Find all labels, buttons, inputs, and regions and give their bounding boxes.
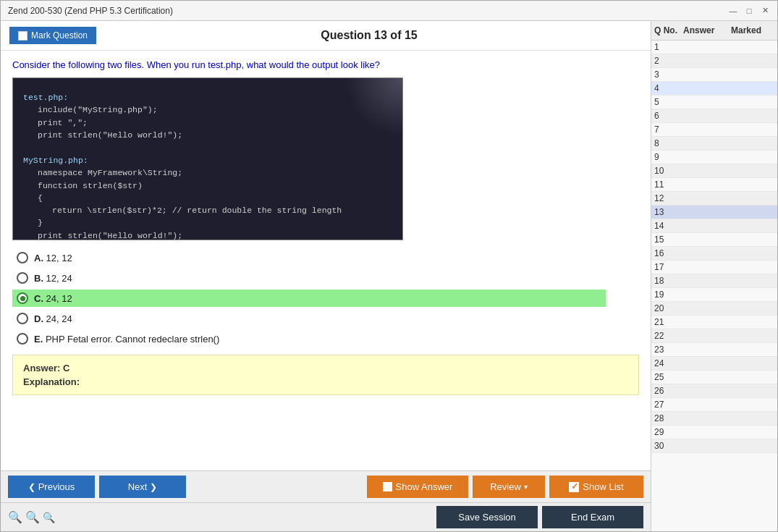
sidebar-row-10[interactable]: 10 xyxy=(651,164,777,178)
next-chevron-icon: ❯ xyxy=(150,482,157,492)
sidebar-row-28[interactable]: 28 xyxy=(651,412,777,426)
option-b-radio xyxy=(17,272,28,284)
option-b[interactable]: B. 12, 24 xyxy=(12,269,639,287)
code-line-7: return \strlen($str)*2; // return double… xyxy=(23,204,392,216)
sidebar-row-25[interactable]: 25 xyxy=(651,371,777,384)
zoom-reset-icon[interactable]: 🔍 xyxy=(25,510,40,524)
option-a[interactable]: A. 12, 12 xyxy=(12,249,639,266)
review-label: Review xyxy=(490,481,521,492)
maximize-button[interactable]: □ xyxy=(744,6,754,16)
mark-icon xyxy=(18,31,28,41)
show-answer-label: Show Answer xyxy=(396,481,453,492)
explanation-label: Explanation: xyxy=(23,376,628,387)
bottom-row2: 🔍 🔍 🔍 Save Session End Exam xyxy=(1,502,651,531)
zoom-out-icon[interactable]: 🔍 xyxy=(43,512,55,523)
sidebar-row-3[interactable]: 3 xyxy=(651,68,777,82)
question-text-part1: Consider the following two files. xyxy=(12,59,144,70)
next-label: Next xyxy=(128,481,148,492)
answer-box: Answer: C Explanation: xyxy=(12,355,639,395)
code-line-5: function strlen($str) xyxy=(23,180,392,192)
code-line-1: include("MyString.php"); xyxy=(23,104,392,116)
sidebar-header: Q No. Answer Marked xyxy=(651,21,777,41)
sidebar-row-8[interactable]: 8 xyxy=(651,137,777,151)
title-bar: Zend 200-530 (Zend PHP 5.3 Certification… xyxy=(1,1,777,21)
show-list-icon xyxy=(569,482,579,492)
option-d[interactable]: D. 24, 24 xyxy=(12,310,639,327)
sidebar-row-6[interactable]: 6 xyxy=(651,109,777,123)
top-bar: Mark Question Question 13 of 15 xyxy=(1,21,651,51)
sidebar-row-7[interactable]: 7 xyxy=(651,123,777,137)
sidebar-row-19[interactable]: 19 xyxy=(651,288,777,302)
save-session-button[interactable]: Save Session xyxy=(436,506,538,528)
minimize-button[interactable]: — xyxy=(728,6,738,16)
sidebar-row-4[interactable]: 4 xyxy=(651,82,777,96)
sidebar-row-29[interactable]: 29 xyxy=(651,426,777,439)
zoom-in-icon[interactable]: 🔍 xyxy=(8,510,22,524)
option-c-radio xyxy=(17,292,28,304)
prev-chevron-icon: ❮ xyxy=(28,482,35,492)
sidebar-row-21[interactable]: 21 xyxy=(651,316,777,329)
sidebar-row-20[interactable]: 20 xyxy=(651,302,777,316)
option-d-text: D. 24, 24 xyxy=(34,313,72,324)
sidebar-row-23[interactable]: 23 xyxy=(651,343,777,357)
question-title: Question 13 of 15 xyxy=(96,29,642,42)
sidebar-row-18[interactable]: 18 xyxy=(651,274,777,288)
option-e-radio xyxy=(17,333,28,345)
next-button[interactable]: Next ❯ xyxy=(99,476,186,498)
code-line-6: { xyxy=(23,192,392,204)
sidebar-row-16[interactable]: 16 xyxy=(651,247,777,261)
sidebar-row-22[interactable]: 22 xyxy=(651,329,777,343)
sidebar-row-17[interactable]: 17 xyxy=(651,261,777,274)
question-text-part2: When you run test.php, what would the ou… xyxy=(147,59,380,70)
code-line-4: namespace MyFramework\String; xyxy=(23,166,392,179)
mark-question-label: Mark Question xyxy=(31,30,88,41)
question-body: Consider the following two files. When y… xyxy=(1,51,651,470)
option-a-radio xyxy=(17,252,28,263)
sidebar-row-14[interactable]: 14 xyxy=(651,219,777,233)
mark-question-button[interactable]: Mark Question xyxy=(9,27,96,44)
previous-button[interactable]: ❮ Previous xyxy=(8,476,95,498)
main-area: Mark Question Question 13 of 15 Consider… xyxy=(1,21,777,531)
code-block: test.php: include("MyString.php"); print… xyxy=(12,77,403,240)
show-answer-button[interactable]: Show Answer xyxy=(367,476,468,498)
show-list-label: Show List xyxy=(583,481,623,492)
options-list: A. 12, 12 B. 12, 24 C. 24, 12 D. 24, 24 xyxy=(12,249,639,347)
window-controls: — □ ✕ xyxy=(728,6,770,16)
sidebar-row-5[interactable]: 5 xyxy=(651,96,777,109)
review-arrow-icon: ▾ xyxy=(524,483,528,491)
window-title: Zend 200-530 (Zend PHP 5.3 Certification… xyxy=(8,6,173,16)
code-line-8: } xyxy=(23,216,392,229)
sidebar-header-marked: Marked xyxy=(731,25,774,35)
code-line-9: print strlen("Hello world!"); xyxy=(23,229,392,241)
option-c-text: C. 24, 12 xyxy=(34,293,72,304)
answer-label: Answer: C xyxy=(23,363,628,373)
close-button[interactable]: ✕ xyxy=(760,6,770,16)
sidebar-row-27[interactable]: 27 xyxy=(651,398,777,412)
sidebar-row-26[interactable]: 26 xyxy=(651,384,777,398)
option-c[interactable]: C. 24, 12 xyxy=(12,290,606,307)
sidebar-row-12[interactable]: 12 xyxy=(651,192,777,206)
previous-label: Previous xyxy=(38,481,75,492)
sidebar-list: 1 2 3 4 5 6 7 8 9 10 11 12 13 14 15 16 1… xyxy=(651,41,777,531)
sidebar-row-15[interactable]: 15 xyxy=(651,233,777,247)
end-exam-button[interactable]: End Exam xyxy=(542,506,643,528)
code-file1-title: test.php: xyxy=(23,91,392,104)
code-file2-title: MyString.php: xyxy=(23,154,392,166)
sidebar-row-30[interactable]: 30 xyxy=(651,439,777,453)
sidebar-row-9[interactable]: 9 xyxy=(651,151,777,164)
sidebar-row-1[interactable]: 1 xyxy=(651,41,777,54)
bottom-buttons: ❮ Previous Next ❯ Show Answer Review ▾ xyxy=(1,470,651,502)
option-e[interactable]: E. PHP Fetal error. Cannot redeclare str… xyxy=(12,330,639,347)
sidebar-row-11[interactable]: 11 xyxy=(651,178,777,192)
content-area: Mark Question Question 13 of 15 Consider… xyxy=(1,21,651,531)
end-exam-label: End Exam xyxy=(571,512,614,523)
option-d-radio xyxy=(17,313,28,324)
sidebar-row-13[interactable]: 13 xyxy=(651,206,777,219)
sidebar-row-2[interactable]: 2 xyxy=(651,54,777,68)
sidebar: Q No. Answer Marked 1 2 3 4 5 6 7 8 9 10… xyxy=(651,21,777,531)
sidebar-header-qno: Q No. xyxy=(654,25,683,35)
review-button[interactable]: Review ▾ xyxy=(473,476,545,498)
sidebar-row-24[interactable]: 24 xyxy=(651,357,777,371)
save-session-label: Save Session xyxy=(458,512,516,523)
show-list-button[interactable]: Show List xyxy=(549,476,643,498)
